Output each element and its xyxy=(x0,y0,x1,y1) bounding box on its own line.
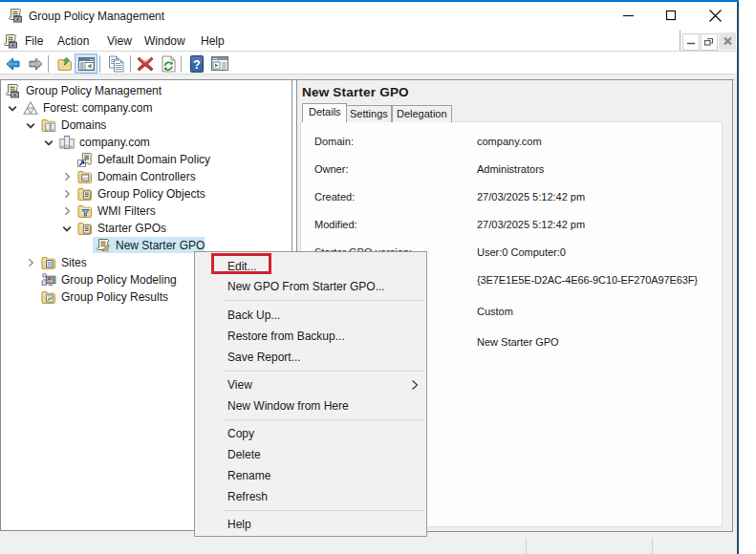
svg-text:?: ? xyxy=(193,58,200,72)
